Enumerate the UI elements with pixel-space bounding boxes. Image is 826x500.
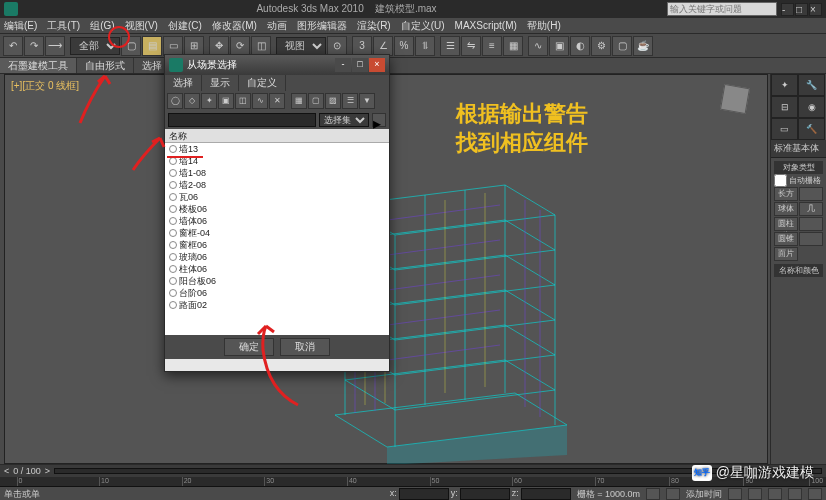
maximize-button[interactable]: □ xyxy=(795,3,808,16)
list-item[interactable]: 柱体06 xyxy=(165,263,389,275)
next-frame-icon[interactable] xyxy=(788,488,802,500)
list-item[interactable]: 路面02 xyxy=(165,299,389,311)
menu-maxscript[interactable]: MAXScript(M) xyxy=(455,20,517,31)
cylinder-button[interactable]: 圆柱体 xyxy=(774,217,798,231)
dialog-tab-display[interactable]: 显示 xyxy=(202,75,239,91)
layers-icon[interactable]: ▦ xyxy=(503,36,523,56)
filter-bone-icon[interactable]: ✕ xyxy=(269,93,285,109)
view-cube[interactable] xyxy=(718,82,754,118)
menu-help[interactable]: 帮助(H) xyxy=(527,19,561,33)
menu-render[interactable]: 渲染(R) xyxy=(357,19,391,33)
menu-edit[interactable]: 编辑(E) xyxy=(4,19,37,33)
help-search-input[interactable] xyxy=(667,2,777,16)
undo-icon[interactable]: ↶ xyxy=(3,36,23,56)
list-mode-icon[interactable]: ☰ xyxy=(342,93,358,109)
sphere-button[interactable]: 球体 xyxy=(774,202,798,216)
window-crossing-icon[interactable]: ⊞ xyxy=(184,36,204,56)
list-item[interactable]: 瓦06 xyxy=(165,191,389,203)
auto-key-icon[interactable] xyxy=(646,488,660,500)
utilities-tab-icon[interactable]: 🔨 xyxy=(798,118,825,140)
menu-tools[interactable]: 工具(T) xyxy=(47,19,80,33)
menu-customize[interactable]: 自定义(U) xyxy=(401,19,445,33)
menu-view[interactable]: 视图(V) xyxy=(125,19,158,33)
play-icon[interactable] xyxy=(728,488,742,500)
goto-start-icon[interactable] xyxy=(748,488,762,500)
move-icon[interactable]: ✥ xyxy=(209,36,229,56)
material-editor-icon[interactable]: ◐ xyxy=(570,36,590,56)
filter-camera-icon[interactable]: ▣ xyxy=(218,93,234,109)
menu-animation[interactable]: 动画 xyxy=(267,19,287,33)
list-item[interactable]: 墙2-08 xyxy=(165,179,389,191)
curve-editor-icon[interactable]: ∿ xyxy=(528,36,548,56)
spinner-snap-icon[interactable]: ⥮ xyxy=(415,36,435,56)
set-key-icon[interactable] xyxy=(666,488,680,500)
minimize-button[interactable]: - xyxy=(781,3,794,16)
list-item[interactable]: 台阶06 xyxy=(165,287,389,299)
ok-button[interactable]: 确定 xyxy=(224,338,274,356)
snap-3d-icon[interactable]: 3 xyxy=(352,36,372,56)
filter-geom-icon[interactable]: ◯ xyxy=(167,93,183,109)
link-icon[interactable]: ⟶ xyxy=(45,36,65,56)
menu-modifier[interactable]: 修改器(M) xyxy=(212,19,257,33)
cancel-button[interactable]: 取消 xyxy=(280,338,330,356)
sort-icon[interactable]: ▼ xyxy=(359,93,375,109)
filter-light-icon[interactable]: ✦ xyxy=(201,93,217,109)
ref-coord-system[interactable]: 视图 xyxy=(276,37,326,55)
scale-icon[interactable]: ◫ xyxy=(251,36,271,56)
auto-grid-checkbox[interactable]: 自动栅格 xyxy=(774,174,823,187)
rotate-icon[interactable]: ⟳ xyxy=(230,36,250,56)
dialog-close-button[interactable]: × xyxy=(369,58,385,72)
percent-snap-icon[interactable]: % xyxy=(394,36,414,56)
dialog-tab-custom[interactable]: 自定义 xyxy=(239,75,286,91)
filter-helper-icon[interactable]: ◫ xyxy=(235,93,251,109)
list-item[interactable]: 墙体06 xyxy=(165,215,389,227)
plane-button[interactable]: 面片 xyxy=(774,247,798,261)
list-item[interactable]: 窗框06 xyxy=(165,239,389,251)
tab-freeform[interactable]: 自由形式 xyxy=(77,58,134,73)
motion-tab-icon[interactable]: ◉ xyxy=(798,96,825,118)
coord-z-input[interactable] xyxy=(521,488,571,500)
redo-icon[interactable]: ↷ xyxy=(24,36,44,56)
render-icon[interactable]: ☕ xyxy=(633,36,653,56)
modify-tab-icon[interactable]: 🔧 xyxy=(798,74,825,96)
named-selection-icon[interactable]: ☰ xyxy=(440,36,460,56)
list-item[interactable]: 楼板06 xyxy=(165,203,389,215)
name-filter-input[interactable] xyxy=(168,113,316,127)
angle-snap-icon[interactable]: ∠ xyxy=(373,36,393,56)
select-all-icon[interactable]: ▦ xyxy=(291,93,307,109)
mirror-icon[interactable]: ⇋ xyxy=(461,36,481,56)
menu-graph-editor[interactable]: 图形编辑器 xyxy=(297,19,347,33)
list-item[interactable]: 阳台板06 xyxy=(165,275,389,287)
rect-select-icon[interactable]: ▭ xyxy=(163,36,183,56)
select-by-name-icon[interactable]: ▤ xyxy=(142,36,162,56)
filter-shape-icon[interactable]: ◇ xyxy=(184,93,200,109)
schematic-icon[interactable]: ▣ xyxy=(549,36,569,56)
create-tab-icon[interactable]: ✦ xyxy=(771,74,798,96)
hierarchy-tab-icon[interactable]: ⊟ xyxy=(771,96,798,118)
pyramid-button[interactable] xyxy=(799,232,823,246)
geo-button[interactable]: 几 xyxy=(799,202,823,216)
align-icon[interactable]: ≡ xyxy=(482,36,502,56)
list-item[interactable]: 玻璃06 xyxy=(165,251,389,263)
list-header-name[interactable]: 名称 xyxy=(165,129,389,143)
torus-button[interactable]: 圆锥 xyxy=(774,232,798,246)
list-item[interactable]: 窗框-04 xyxy=(165,227,389,239)
tube-button[interactable] xyxy=(799,217,823,231)
cone-button[interactable] xyxy=(799,187,823,201)
viewport-label[interactable]: [+][正交 0 线框] xyxy=(11,79,79,93)
pivot-icon[interactable]: ⊙ xyxy=(327,36,347,56)
menu-create[interactable]: 创建(C) xyxy=(168,19,202,33)
cube-icon[interactable] xyxy=(720,84,750,114)
dialog-maximize-button[interactable]: □ xyxy=(352,58,368,72)
filter-go-icon[interactable]: ▸ xyxy=(372,113,386,127)
selection-set-dropdown[interactable]: 选择集 xyxy=(319,113,369,127)
render-frame-icon[interactable]: ▢ xyxy=(612,36,632,56)
display-tab-icon[interactable]: ▭ xyxy=(771,118,798,140)
list-item[interactable]: 墙13 xyxy=(165,143,389,155)
tab-graphite[interactable]: 石墨建模工具 xyxy=(0,58,77,73)
coord-y-input[interactable] xyxy=(460,488,510,500)
select-none-icon[interactable]: ▢ xyxy=(308,93,324,109)
object-list[interactable]: 墙13 墙14 墙1-08 墙2-08 瓦06 楼板06 墙体06 窗框-04 … xyxy=(165,143,389,335)
list-item[interactable]: 墙1-08 xyxy=(165,167,389,179)
filter-space-icon[interactable]: ∿ xyxy=(252,93,268,109)
